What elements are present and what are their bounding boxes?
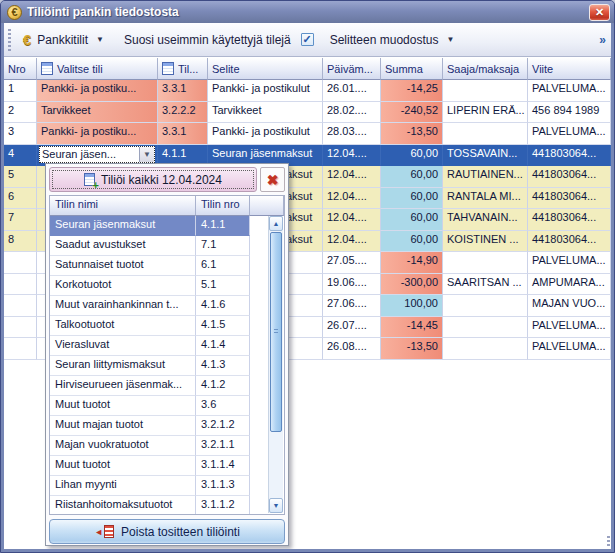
account-list-item[interactable]: Riistanhoitomaksutuotot3.1.1.2 [50,496,284,515]
cell-nro: 3 [4,123,37,145]
account-name: Muut tuotot [50,456,196,476]
cell-viite: AMPUMARA... [528,274,611,296]
table-row[interactable]: 3Pankki- ja postiku...3.3.1Pankki- ja po… [4,123,611,145]
titlebar[interactable]: € Tiliöinti pankin tiedostosta ✕ [1,1,614,23]
cell-tili-nro: 3.3.1 [158,123,208,145]
cell-summa: -14,25 [381,80,443,102]
table-header: NroValitse tiliTil...SelitePäiväm...Summ… [4,58,611,80]
cell-summa: -14,90 [381,252,443,274]
column-header-saaja-maksaja[interactable]: Saaja/maksaja [443,58,528,80]
column-header-spacer [250,196,284,216]
account-list-item[interactable]: Talkootuotot4.1.5 [50,316,284,336]
account-list-item[interactable]: Muut varainhankinnan t...4.1.6 [50,296,284,316]
combo-dropdown-icon[interactable]: ▼ [139,147,154,162]
account-list-item[interactable]: Seuran liittymismaksut4.1.3 [50,356,284,376]
scrollbar-thumb[interactable] [270,232,282,432]
bank-accounts-button[interactable]: € Pankkitilit ▼ [17,28,110,51]
cell-saaja-maksaja [443,123,528,145]
cell-viite: 441803064... [528,188,611,210]
favor-checkbox[interactable]: ✓ [301,33,314,46]
scroll-down-icon[interactable]: ▼ [269,498,283,513]
column-header-summa[interactable]: Summa [381,58,443,80]
cell-paivamaara: 19.06.... [323,274,381,296]
account-name: Lihan myynti [50,476,196,496]
cell-valitse-tili[interactable]: Pankki- ja postiku... [37,80,158,102]
account-number: 3.1.1.2 [196,496,250,515]
account-name: Riistanhoitomaksutuotot [50,496,196,515]
window-content: € Pankkitilit ▼ Suosi useimmin käytettyj… [4,23,611,549]
cell-saaja-maksaja: TAHVANAIN... [443,209,528,231]
column-header-label: Viite [532,63,553,75]
account-list-item[interactable]: Hirviseurueen jäsenmak...4.1.2 [50,376,284,396]
column-header-tilin-nimi[interactable]: Tilin nimi [50,196,196,216]
account-list-scrollbar[interactable]: ▲ ▼ [268,216,283,513]
remove-posting-label: Poista tositteen tiliöinti [121,525,240,539]
account-name: Vierasluvat [50,336,196,356]
account-list-item[interactable]: Muut tuotot3.6 [50,396,284,416]
cell-valitse-tili[interactable]: Pankki- ja postiku... [37,123,158,145]
description-format-label: Selitteen muodostus [330,33,439,47]
chevron-down-icon: ▼ [96,35,104,44]
popup-close-button[interactable]: ✖ [260,167,285,192]
cell-viite: PALVELUMA... [528,123,611,145]
account-list-item[interactable]: Majan vuokratuotot3.2.1.1 [50,436,284,456]
cell-summa: -13,50 [381,338,443,360]
cell-tili-nro: 3.3.1 [158,80,208,102]
form-icon [41,62,53,75]
account-number: 3.1.1.4 [196,456,250,476]
toolbar-grip-icon[interactable] [7,29,12,51]
account-combobox[interactable]: Seuran jäsen...▼ [39,146,155,163]
app-window: € Tiliöinti pankin tiedostosta ✕ € Pankk… [0,0,615,553]
remove-document-icon: ◄ [94,525,114,538]
account-name: Muut majan tuotot [50,416,196,436]
cell-paivamaara: 12.04.... [323,166,381,188]
apply-all-button[interactable]: Tiliöi kaikki 12.04.2024 [49,167,257,192]
column-header-nro[interactable]: Nro [4,58,37,80]
column-header-tili-nro[interactable]: Til... [158,58,208,80]
cell-paivamaara: 28.02.... [323,102,381,124]
account-list-item[interactable]: Satunnaiset tuotot6.1 [50,256,284,276]
description-format-button[interactable]: Selitteen muodostus ▼ [324,30,461,50]
toolbar-overflow-icon[interactable]: » [596,31,609,49]
account-list-item[interactable]: Saadut avustukset7.1 [50,236,284,256]
cell-valitse-tili[interactable]: Tarvikkeet [37,102,158,124]
column-header-valitse-tili[interactable]: Valitse tili [37,58,158,80]
table-row[interactable]: 2Tarvikkeet3.2.2.2Tarvikkeet28.02....-24… [4,102,611,124]
cell-nro: 1 [4,80,37,102]
cell-saaja-maksaja: LIPERIN ERÄ... [443,102,528,124]
cell-summa: -300,00 [381,274,443,296]
table-row[interactable]: 1Pankki- ja postiku...3.3.1Pankki- ja po… [4,80,611,102]
cell-nro: 6 [4,188,37,210]
account-name: Satunnaiset tuotot [50,256,196,276]
account-number: 3.6 [196,396,250,416]
cell-paivamaara: 27.06.... [323,295,381,317]
account-number: 3.2.1.2 [196,416,250,436]
account-list-item[interactable]: Seuran jäsenmaksut4.1.1 [50,216,284,236]
account-list-item[interactable]: Lihan myynti3.1.1.3 [50,476,284,496]
account-name: Seuran jäsenmaksut [50,216,196,236]
column-header-selite[interactable]: Selite [208,58,323,80]
column-header-paivamaara[interactable]: Päiväm... [323,58,381,80]
cell-saaja-maksaja [443,338,528,360]
account-list-item[interactable]: Muut majan tuotot3.2.1.2 [50,416,284,436]
account-number: 4.1.5 [196,316,250,336]
cell-nro: 8 [4,231,37,253]
account-list-item[interactable]: Muut tuotot3.1.1.4 [50,456,284,476]
column-header-viite[interactable]: Viite [528,58,611,80]
scroll-up-icon[interactable]: ▲ [269,216,283,231]
account-number: 4.1.3 [196,356,250,376]
remove-posting-button[interactable]: ◄ Poista tositteen tiliöinti [49,519,285,544]
column-header-label: Valitse tili [57,63,103,75]
euro-icon: € [23,31,31,48]
column-header-tilin-nro[interactable]: Tilin nro [196,196,250,216]
close-button[interactable]: ✕ [589,4,610,21]
resize-grip[interactable] [602,536,610,548]
cell-nro [4,317,37,339]
account-list-item[interactable]: Korkotuotot5.1 [50,276,284,296]
account-list-item[interactable]: Vierasluvat4.1.4 [50,336,284,356]
column-header-label: Nro [8,63,26,75]
column-header-label: Päiväm... [327,63,373,75]
chevron-down-icon: ▼ [446,35,454,44]
cell-saaja-maksaja: KOISTINEN ... [443,231,528,253]
cell-summa: 60,00 [381,209,443,231]
